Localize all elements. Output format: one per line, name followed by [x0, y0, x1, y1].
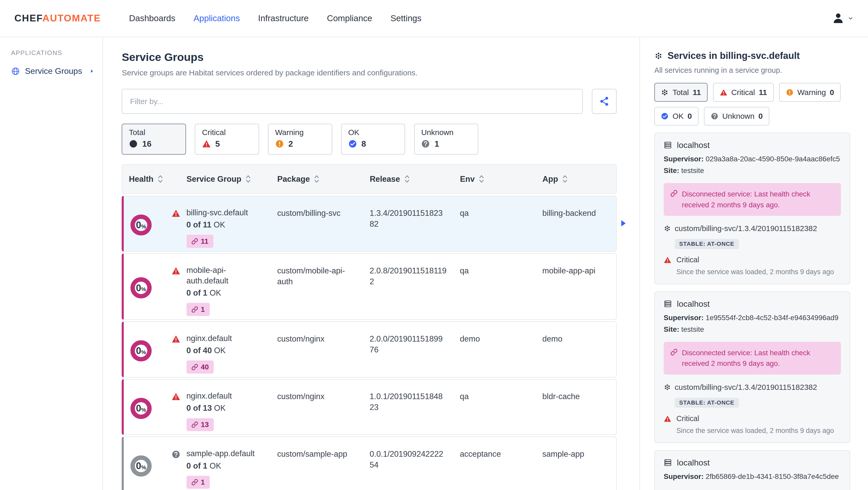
disconnected-count-badge: 1 [187, 476, 210, 489]
panel-filter-total[interactable]: Total 11 [654, 83, 708, 102]
share-button[interactable] [592, 89, 617, 113]
app-cell: billing-backend [536, 196, 616, 251]
supervisor-line: Supervisor: 029a3a8a-20ac-4590-850e-9a4a… [664, 155, 841, 163]
health-cell: 0% [124, 322, 180, 377]
env-cell: demo [453, 322, 535, 377]
health-donut: 0% [130, 340, 151, 361]
column-label: Release [370, 174, 400, 184]
status-filter-count: 2 [288, 139, 293, 149]
host-name: localhost [677, 458, 710, 467]
host-row: localhost [664, 140, 841, 150]
env-cell: qa [453, 254, 535, 319]
column-header-release[interactable]: Release [363, 174, 453, 184]
since-text: Since the service was loaded, 2 months 9… [676, 427, 841, 435]
column-header-package[interactable]: Package [271, 174, 363, 184]
panel-filter-critical[interactable]: Critical 11 [713, 83, 773, 102]
supervisor-line: Supervisor: 1e95554f-2cb8-4c52-b34f-e946… [664, 314, 841, 322]
nav-applications[interactable]: Applications [193, 13, 240, 23]
package-cell: custom/billing-svc [271, 196, 363, 251]
package-row: custom/billing-svc/1.3.4/20190115182382 [664, 224, 841, 233]
table-row[interactable]: 0% nginx.default 0 of 13 OK 13 custom/ng… [122, 379, 617, 435]
column-header-app[interactable]: App [536, 174, 616, 184]
total-icon [661, 89, 669, 96]
health-cell: 0% [124, 380, 180, 434]
nav-infrastructure[interactable]: Infrastructure [258, 13, 309, 23]
status-filter-count: 1 [435, 139, 439, 149]
total-icon [129, 139, 138, 148]
table-row[interactable]: 0% billing-svc.default 0 of 11 OK 11 cus… [122, 196, 617, 252]
table-row[interactable]: 0% sample-app.default 0 of 1 OK 1 custom… [122, 436, 617, 490]
channel-badge: STABLE: AT-ONCE [675, 239, 739, 249]
panel-filter-ok[interactable]: OK 0 [654, 107, 699, 126]
host-row: localhost [664, 458, 841, 467]
channel-badge: STABLE: AT-ONCE [675, 398, 739, 408]
package-ident: custom/billing-svc/1.3.4/20190115182382 [675, 224, 817, 233]
health-cell: 0% [124, 196, 180, 251]
nav-settings[interactable]: Settings [390, 13, 421, 23]
status-filter-unknown[interactable]: Unknown 1 [414, 124, 478, 155]
column-header-service-group[interactable]: Service Group [180, 174, 271, 184]
package-row: custom/billing-svc/1.3.4/20190115182382 [664, 383, 841, 392]
critical-icon [172, 392, 180, 401]
sidebar-section-label: APPLICATIONS [0, 49, 102, 57]
column-header-env[interactable]: Env [454, 174, 536, 184]
chevron-right-icon [89, 68, 95, 74]
sidebar-item-service-groups[interactable]: Service Groups [0, 64, 102, 79]
service-card: localhost Supervisor: 1e95554f-2cb8-4c52… [654, 291, 850, 443]
panel-filter-warning[interactable]: Warning 0 [779, 83, 841, 102]
status-filter-total[interactable]: Total 16 [122, 124, 186, 155]
panel-title: Services in billing-svc.default [654, 50, 850, 61]
filter-input[interactable] [122, 89, 583, 113]
status-filter-critical[interactable]: Critical 5 [195, 124, 259, 155]
nav-compliance[interactable]: Compliance [327, 13, 372, 23]
chevron-down-icon [847, 16, 854, 21]
service-group-cell: nginx.default 0 of 13 OK 13 [180, 380, 271, 434]
ok-icon [348, 139, 357, 148]
share-icon [599, 96, 610, 107]
user-menu[interactable] [832, 12, 854, 24]
page-content: APPLICATIONS Service Groups Service Grou… [0, 37, 868, 490]
filter-row [122, 89, 617, 113]
disconnected-link-icon [671, 349, 678, 356]
release-cell: 1.0.1/20190115184823 [363, 380, 453, 434]
ok-count: 0 of 1 OK [187, 461, 264, 471]
disconnected-link-icon [191, 364, 198, 370]
release-cell: 0.0.1/20190924222254 [363, 437, 453, 490]
panel-status-filters: Total 11 Critical 11 Warning 0 OK 0 [654, 83, 850, 126]
host-name: localhost [677, 299, 710, 309]
ok-icon [661, 112, 669, 120]
ok-count: 0 of 1 OK [187, 288, 264, 298]
chef-automate-logo[interactable]: CHEFAUTOMATE [14, 13, 101, 24]
env-cell: qa [453, 380, 535, 434]
table-row[interactable]: 0% mobile-api-auth.default 0 of 1 OK 1 c… [122, 253, 617, 320]
sort-icon [157, 174, 163, 184]
health-cell: 0% [124, 437, 180, 490]
column-header-health[interactable]: Health [122, 174, 180, 184]
sort-icon [478, 174, 485, 184]
panel-filter-label: Critical [731, 88, 755, 97]
status-filter-label: OK [348, 128, 359, 137]
habitat-icon [664, 384, 671, 391]
service-status: Critical [676, 256, 699, 264]
env-cell: qa [453, 196, 535, 251]
health-cell: 0% [124, 254, 180, 319]
ok-count: 0 of 40 OK [187, 345, 264, 356]
app-cell: sample-app [536, 437, 616, 490]
health-donut: 0% [130, 455, 151, 476]
panel-subtitle: All services running in a service group. [654, 66, 850, 75]
panel-filter-label: Warning [798, 88, 826, 97]
table-row[interactable]: 0% nginx.default 0 of 40 OK 40 custom/ng… [122, 321, 617, 378]
service-card: localhost Supervisor: 2fb65869-de1b-4341… [654, 450, 850, 490]
column-label: Health [129, 174, 153, 184]
panel-filter-unknown[interactable]: Unknown 0 [704, 107, 769, 126]
panel-filter-count: 11 [693, 88, 701, 97]
habitat-icon [664, 225, 671, 232]
ok-count: 0 of 13 OK [187, 403, 264, 414]
nav-dashboards[interactable]: Dashboards [129, 13, 176, 23]
critical-icon [172, 335, 180, 344]
status-filter-warning[interactable]: Warning 2 [268, 124, 332, 155]
globe-icon [11, 67, 20, 76]
disconnected-link-icon [671, 190, 678, 197]
service-group-cell: nginx.default 0 of 40 OK 40 [180, 322, 271, 377]
status-filter-ok[interactable]: OK 8 [341, 124, 405, 155]
